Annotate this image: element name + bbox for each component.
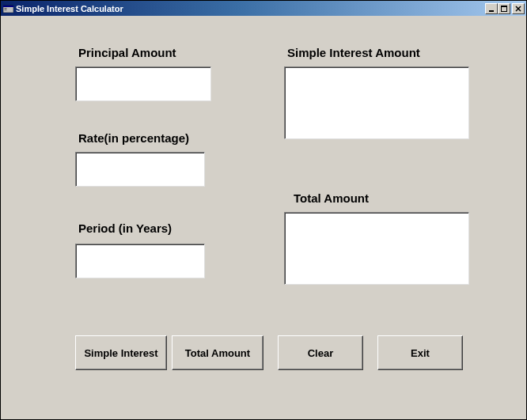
label-period: Period (in Years) [75, 220, 175, 236]
svg-rect-2 [4, 8, 6, 9]
close-button[interactable] [512, 3, 525, 14]
maximize-button[interactable] [498, 3, 510, 14]
window-buttons [485, 3, 526, 14]
svg-rect-1 [3, 6, 13, 7]
svg-rect-6 [501, 6, 507, 7]
client-area: Principal Amount Rate(in percentage) Per… [1, 16, 526, 419]
svg-rect-4 [489, 10, 494, 12]
input-period[interactable] [75, 244, 205, 278]
app-icon [2, 3, 13, 14]
simple-interest-button[interactable]: Simple Interest [75, 335, 167, 370]
label-principal: Principal Amount [75, 44, 180, 61]
exit-button[interactable]: Exit [377, 335, 463, 370]
clear-button[interactable]: Clear [278, 335, 363, 370]
input-principal[interactable] [75, 66, 211, 101]
svg-rect-3 [4, 9, 6, 10]
total-amount-button[interactable]: Total Amount [172, 335, 264, 370]
label-rate: Rate(in percentage) [75, 130, 192, 146]
output-total-amount[interactable] [284, 212, 469, 285]
app-window: Simple Interest Calculator Principal Amo… [0, 0, 527, 420]
window-title: Simple Interest Calculator [16, 4, 123, 13]
output-simple-interest[interactable] [284, 66, 469, 139]
input-rate[interactable] [75, 152, 205, 187]
label-total: Total Amount [290, 190, 372, 206]
minimize-button[interactable] [485, 3, 498, 14]
label-si: Simple Interest Amount [284, 44, 423, 61]
titlebar: Simple Interest Calculator [1, 1, 526, 16]
